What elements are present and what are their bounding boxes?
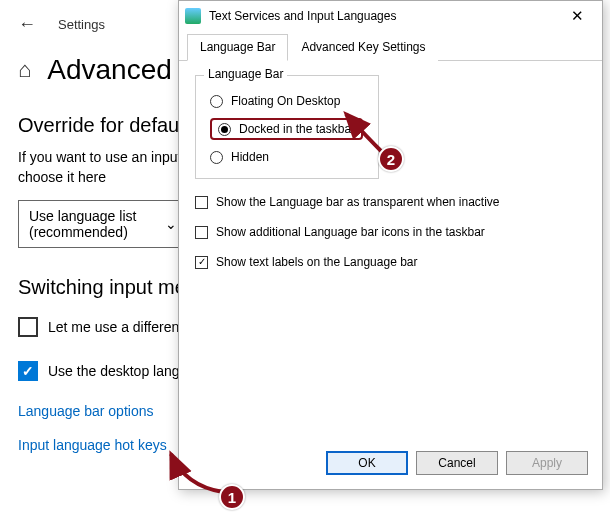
dialog-title-icon	[185, 8, 201, 24]
radio-hidden-label: Hidden	[231, 150, 269, 164]
chevron-down-icon: ⌄	[165, 216, 177, 232]
cancel-button[interactable]: Cancel	[416, 451, 498, 475]
check-transparent[interactable]	[195, 196, 208, 209]
check-labels[interactable]	[195, 256, 208, 269]
group-legend: Language Bar	[204, 67, 287, 81]
home-icon[interactable]: ⌂	[18, 57, 31, 83]
back-arrow-icon[interactable]: ←	[18, 14, 36, 35]
dialog-tabs: Language Bar Advanced Key Settings	[179, 33, 602, 61]
dropdown-value: Use language list (recommended)	[29, 208, 165, 240]
tab-advanced-key[interactable]: Advanced Key Settings	[288, 34, 438, 61]
annotation-badge-1: 1	[219, 484, 245, 510]
dialog-button-row: OK Cancel Apply	[179, 441, 602, 489]
check-labels-label: Show text labels on the Language bar	[216, 255, 417, 269]
radio-docked-label: Docked in the taskbar	[239, 122, 355, 136]
input-method-dropdown[interactable]: Use language list (recommended) ⌄	[18, 200, 188, 248]
dialog-title: Text Services and Input Languages	[209, 9, 396, 23]
page-title: Advanced	[47, 54, 172, 86]
dialog-titlebar: Text Services and Input Languages ✕	[179, 1, 602, 31]
check-transparent-label: Show the Language bar as transparent whe…	[216, 195, 500, 209]
radio-floating-label: Floating On Desktop	[231, 94, 340, 108]
tab-language-bar[interactable]: Language Bar	[187, 34, 288, 61]
settings-window-label: Settings	[58, 17, 105, 32]
radio-docked[interactable]	[218, 123, 231, 136]
desktop-langbar-checkbox[interactable]: ✓	[18, 361, 38, 381]
apply-button[interactable]: Apply	[506, 451, 588, 475]
ok-button[interactable]: OK	[326, 451, 408, 475]
radio-floating[interactable]	[210, 95, 223, 108]
radio-hidden[interactable]	[210, 151, 223, 164]
radio-docked-highlight: Docked in the taskbar	[210, 118, 363, 140]
annotation-badge-2: 2	[378, 146, 404, 172]
language-bar-group: Language Bar Floating On Desktop Docked …	[195, 75, 379, 179]
check-icons[interactable]	[195, 226, 208, 239]
text-services-dialog: Text Services and Input Languages ✕ Lang…	[178, 0, 603, 490]
close-icon[interactable]: ✕	[559, 3, 596, 29]
different-input-checkbox[interactable]	[18, 317, 38, 337]
check-icons-label: Show additional Language bar icons in th…	[216, 225, 485, 239]
